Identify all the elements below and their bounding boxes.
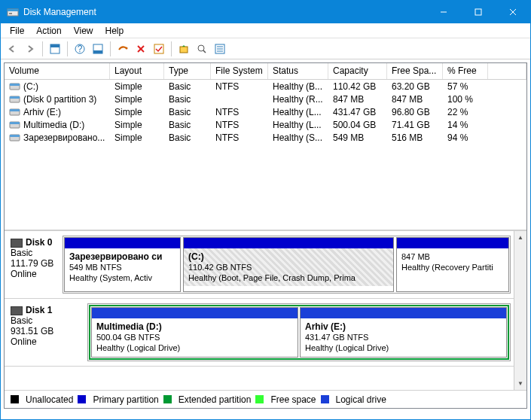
- column-header[interactable]: Type: [164, 63, 211, 79]
- search-icon[interactable]: [194, 41, 210, 57]
- svg-rect-16: [154, 44, 163, 53]
- svg-rect-4: [475, 9, 481, 15]
- column-header[interactable]: File System: [211, 63, 268, 79]
- close-button[interactable]: [496, 1, 530, 23]
- app-icon: [7, 6, 19, 18]
- menu-view[interactable]: View: [68, 24, 99, 38]
- disk-info[interactable]: Disk 1Basic931.51 GBOnline: [8, 303, 87, 361]
- cell: Simple: [110, 93, 164, 105]
- scroll-down-icon[interactable]: ▼: [514, 377, 526, 390]
- cell: NTFS: [211, 106, 268, 118]
- rescan-icon[interactable]: [175, 41, 192, 57]
- cell: Simple: [110, 132, 164, 144]
- cell: 22 %: [443, 106, 488, 118]
- column-headers: VolumeLayoutTypeFile SystemStatusCapacit…: [5, 63, 526, 80]
- volume-row[interactable]: Multimedia (D:)SimpleBasicNTFSHealthy (L…: [5, 118, 526, 131]
- cell: Basic: [164, 132, 211, 144]
- cell: 500.04 GB: [328, 119, 387, 131]
- cell: Basic: [164, 93, 211, 105]
- volume-row[interactable]: (C:)SimpleBasicNTFSHealthy (B...110.42 G…: [5, 80, 526, 93]
- column-header[interactable]: % Free: [443, 63, 488, 79]
- cell: 431.47 GB: [328, 106, 387, 118]
- legend-label: Logical drive: [336, 394, 386, 405]
- legend-swatch-extended: [163, 395, 172, 403]
- partition[interactable]: Multimedia (D:)500.04 GB NTFSHealthy (Lo…: [91, 307, 298, 358]
- cell: Healthy (S...: [268, 132, 328, 144]
- cell: Healthy (B...: [268, 81, 328, 93]
- forward-button[interactable]: [22, 41, 38, 57]
- cell: NTFS: [211, 132, 268, 144]
- partition-color-bar: [397, 238, 508, 248]
- legend-bar: Unallocated Primary partition Extended p…: [5, 390, 526, 408]
- menu-help[interactable]: Help: [99, 24, 130, 38]
- legend-swatch-primary: [78, 395, 86, 403]
- cell: 63.20 GB: [387, 81, 443, 93]
- svg-point-18: [198, 45, 204, 51]
- column-header[interactable]: Layout: [110, 63, 164, 79]
- check-icon[interactable]: [151, 41, 167, 57]
- partition[interactable]: Зарезервировано си549 MB NTFSHealthy (Sy…: [64, 237, 181, 292]
- cell: Simple: [110, 119, 164, 131]
- cell: Multimedia (D:): [5, 119, 110, 131]
- vertical-scrollbar[interactable]: ▲ ▼: [514, 231, 526, 390]
- volume-row[interactable]: Зарезервировано...SimpleBasicNTFSHealthy…: [5, 131, 526, 144]
- cell: Healthy (R...: [268, 93, 328, 105]
- action-icon[interactable]: [114, 41, 131, 57]
- svg-rect-29: [10, 109, 20, 111]
- legend-label: Unallocated: [26, 394, 73, 405]
- title-bar: Disk Management: [1, 1, 530, 23]
- help-icon[interactable]: ?: [72, 41, 88, 57]
- scroll-up-icon[interactable]: ▲: [514, 231, 526, 244]
- cell: NTFS: [211, 119, 268, 131]
- volume-row[interactable]: Arhiv (E:)SimpleBasicNTFSHealthy (L...43…: [5, 105, 526, 118]
- svg-text:?: ?: [78, 44, 83, 54]
- partition-body: (C:)110.42 GB NTFSHealthy (Boot, Page Fi…: [184, 248, 393, 286]
- cell: 847 MB: [328, 93, 387, 105]
- cell: 110.42 GB: [328, 81, 387, 93]
- svg-rect-27: [10, 96, 20, 99]
- partition[interactable]: Arhiv (E:)431.47 GB NTFSHealthy (Logical…: [300, 307, 507, 358]
- back-button[interactable]: [4, 41, 20, 57]
- partition[interactable]: (C:)110.42 GB NTFSHealthy (Boot, Page Fi…: [183, 237, 394, 292]
- volume-icon: [9, 82, 21, 91]
- volume-icon: [9, 120, 21, 129]
- volume-list[interactable]: VolumeLayoutTypeFile SystemStatusCapacit…: [5, 63, 526, 230]
- view-bottom-icon[interactable]: [90, 41, 106, 57]
- column-header[interactable]: Free Spa...: [387, 63, 443, 79]
- legend-label: Free space: [270, 394, 316, 405]
- column-header[interactable]: Volume: [5, 63, 110, 79]
- menu-action[interactable]: Action: [30, 24, 67, 38]
- svg-rect-17: [180, 47, 188, 53]
- partition-area: Зарезервировано си549 MB NTFSHealthy (Sy…: [63, 236, 511, 294]
- disk-icon: [11, 239, 23, 248]
- extended-partition[interactable]: Multimedia (D:)500.04 GB NTFSHealthy (Lo…: [89, 305, 509, 360]
- partition-color-bar: [301, 308, 506, 318]
- partition-body: Arhiv (E:)431.47 GB NTFSHealthy (Logical…: [301, 318, 506, 356]
- column-header[interactable]: Capacity: [328, 63, 387, 79]
- toolbar: ?: [1, 38, 530, 59]
- cell: Basic: [164, 119, 211, 131]
- menu-file[interactable]: File: [4, 24, 30, 38]
- legend-swatch-unallocated: [11, 395, 19, 403]
- cell: 516 MB: [387, 132, 443, 144]
- view-top-icon[interactable]: [47, 41, 63, 57]
- cell: 549 MB: [328, 132, 387, 144]
- cell: [211, 99, 268, 100]
- maximize-button[interactable]: [461, 1, 496, 23]
- cell: 71.41 GB: [387, 119, 443, 131]
- svg-rect-33: [10, 135, 20, 137]
- cell: Basic: [164, 106, 211, 118]
- disk-graphic-pane[interactable]: Disk 0Basic111.79 GBOnlineЗарезервирован…: [5, 230, 526, 390]
- svg-rect-8: [50, 44, 60, 47]
- delete-icon[interactable]: [133, 41, 149, 57]
- list-icon[interactable]: [212, 41, 228, 57]
- legend-label: Primary partition: [93, 394, 158, 405]
- minimize-button[interactable]: [426, 1, 461, 23]
- partition-color-bar: [65, 238, 180, 248]
- cell: (Disk 0 partition 3): [5, 93, 110, 105]
- cell: 100 %: [443, 93, 488, 105]
- partition[interactable]: 847 MBHealthy (Recovery Partiti: [396, 237, 509, 292]
- disk-info[interactable]: Disk 0Basic111.79 GBOnline: [8, 236, 63, 294]
- column-header[interactable]: Status: [268, 63, 328, 79]
- volume-row[interactable]: (Disk 0 partition 3)SimpleBasicHealthy (…: [5, 93, 526, 105]
